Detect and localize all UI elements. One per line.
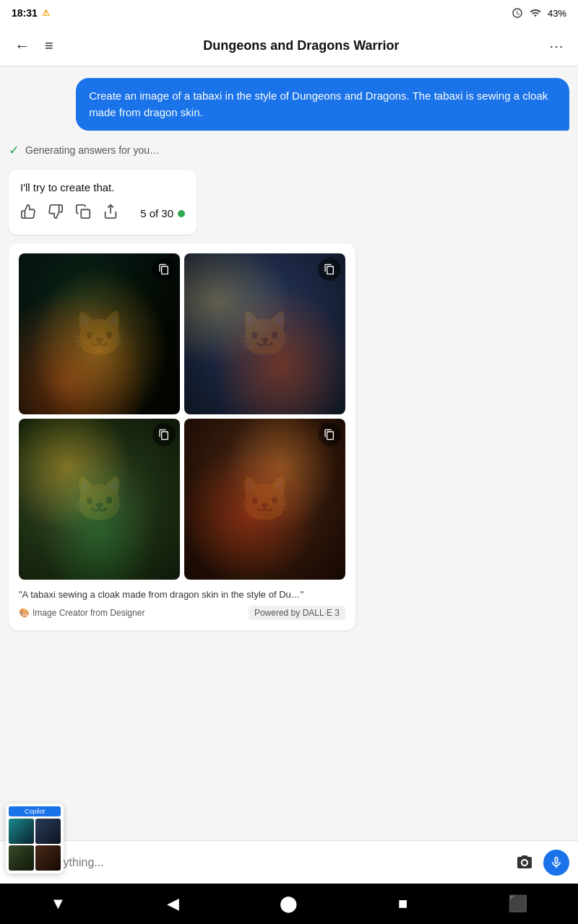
ai-response-card: I'll try to create that. xyxy=(9,170,197,235)
wifi-icon xyxy=(529,7,542,19)
back-button[interactable]: ← xyxy=(9,34,36,58)
active-dot xyxy=(178,210,185,217)
time-display: 18:31 xyxy=(12,7,38,19)
generated-image-1[interactable]: 🐱 xyxy=(19,253,180,414)
nav-recent-button[interactable]: ■ xyxy=(387,889,419,919)
input-area xyxy=(0,840,578,884)
nav-down-button[interactable]: ▼ xyxy=(39,889,78,919)
status-bar: 18:31 ⚠ 43% xyxy=(0,0,578,26)
generated-image-3[interactable]: 🐱 xyxy=(19,419,180,580)
more-button[interactable]: ⋯ xyxy=(543,35,569,58)
nav-home-button[interactable]: ⬤ xyxy=(268,889,309,919)
image-grid-card: 🐱 🐱 🐱 🐱 xyxy=(9,243,355,630)
thumb-3[interactable] xyxy=(9,845,34,871)
share-button[interactable] xyxy=(103,204,118,223)
generated-image-4[interactable]: 🐱 xyxy=(184,419,345,580)
svg-rect-0 xyxy=(81,209,90,218)
alarm-icon xyxy=(512,7,523,19)
chat-area: Create an image of a tabaxi in the style… xyxy=(0,66,578,840)
response-count: 5 of 30 xyxy=(140,207,185,219)
image-copy-button-4[interactable] xyxy=(318,423,341,446)
image-copy-button-2[interactable] xyxy=(318,258,341,281)
nav-extra-button[interactable]: ⬛ xyxy=(496,889,539,919)
mic-button[interactable] xyxy=(543,850,569,876)
thumbnail-header: Copilot xyxy=(9,806,61,816)
image-copy-button-1[interactable] xyxy=(152,258,176,281)
image-caption: "A tabaxi sewing a cloak made from drago… xyxy=(19,588,345,601)
check-icon: ✓ xyxy=(9,142,20,158)
cat-figure-1: 🐱 xyxy=(19,253,180,414)
camera-button[interactable] xyxy=(512,850,538,876)
image-grid: 🐱 🐱 🐱 🐱 xyxy=(19,253,345,580)
count-text: 5 of 30 xyxy=(140,207,173,219)
warning-icon: ⚠ xyxy=(42,8,50,18)
thumb-1[interactable] xyxy=(9,819,34,844)
cat-figure-3: 🐱 xyxy=(19,419,180,580)
thumbnail-strip[interactable]: Copilot xyxy=(6,803,64,873)
cat-figure-4: 🐱 xyxy=(184,419,345,580)
page-title: Dungeons and Dragons Warrior xyxy=(59,38,543,53)
thumbnail-grid xyxy=(9,819,61,871)
image-footer: 🎨 Image Creator from Designer Powered by… xyxy=(19,606,345,620)
creator-emoji: 🎨 xyxy=(19,608,30,618)
battery-display: 43% xyxy=(548,8,566,19)
generating-text: Generating answers for you… xyxy=(25,144,160,156)
chat-input[interactable] xyxy=(9,856,506,869)
generating-row: ✓ Generating answers for you… xyxy=(9,139,569,161)
image-copy-button-3[interactable] xyxy=(152,423,176,446)
generated-image-2[interactable]: 🐱 xyxy=(184,253,345,414)
thumb-4[interactable] xyxy=(35,845,61,871)
user-message-text: Create an image of a tabaxi in the style… xyxy=(89,90,548,118)
thumbs-down-button[interactable] xyxy=(48,204,64,223)
bottom-nav: ▼ ◀ ⬤ ■ ⬛ xyxy=(0,884,578,924)
powered-badge: Powered by DALL·E 3 xyxy=(249,606,345,620)
thumb-2[interactable] xyxy=(35,819,61,844)
nav-bar: ← ≡ Dungeons and Dragons Warrior ⋯ xyxy=(0,26,578,66)
image-creator-label: 🎨 Image Creator from Designer xyxy=(19,608,144,618)
cat-figure-2: 🐱 xyxy=(184,253,345,414)
user-message-bubble: Create an image of a tabaxi in the style… xyxy=(76,78,569,131)
copy-button[interactable] xyxy=(75,204,91,223)
ai-response-text: I'll try to create that. xyxy=(20,181,185,193)
menu-button[interactable]: ≡ xyxy=(39,35,59,57)
creator-name: Image Creator from Designer xyxy=(33,608,144,618)
nav-back-button[interactable]: ◀ xyxy=(155,889,191,919)
ai-actions-row: 5 of 30 xyxy=(20,204,185,223)
thumbs-up-button[interactable] xyxy=(20,204,36,223)
